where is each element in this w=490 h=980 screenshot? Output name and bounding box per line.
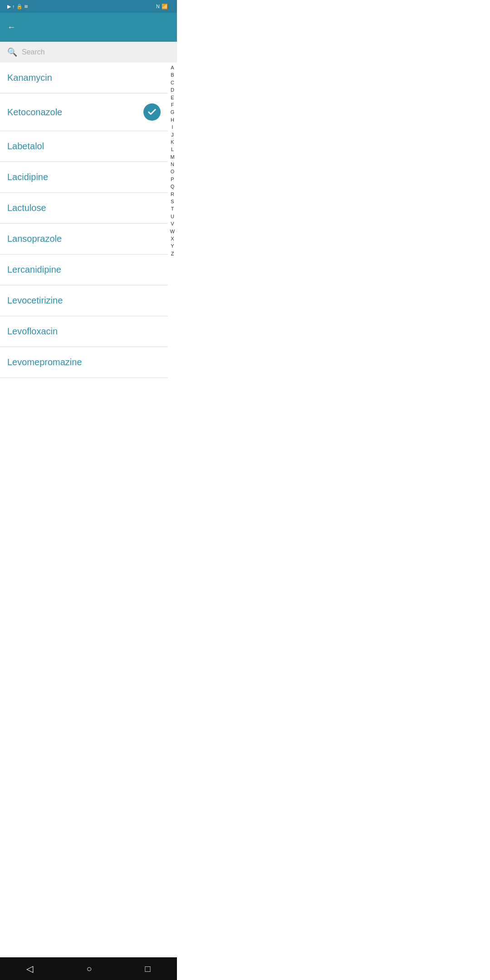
alpha-letter-q[interactable]: Q <box>168 183 177 190</box>
alpha-letter-z[interactable]: Z <box>168 250 177 257</box>
list-item[interactable]: Levocetirizine <box>0 285 168 316</box>
selected-check-icon <box>143 103 161 121</box>
alpha-letter-c[interactable]: C <box>168 79 177 86</box>
alpha-letter-j[interactable]: J <box>168 132 177 138</box>
medication-name: Levofloxacin <box>7 326 58 337</box>
alpha-letter-p[interactable]: P <box>168 176 177 183</box>
alpha-letter-r[interactable]: R <box>168 191 177 198</box>
list-item[interactable]: Lacidipine <box>0 162 168 193</box>
alpha-letter-u[interactable]: U <box>168 213 177 220</box>
medication-list: KanamycinKetoconazoleLabetalolLacidipine… <box>0 63 177 378</box>
alpha-letter-o[interactable]: O <box>168 168 177 175</box>
alpha-letter-b[interactable]: B <box>168 72 177 78</box>
alpha-letter-i[interactable]: I <box>168 124 177 131</box>
signal-icons: ▶ ↑ 🔒 ≋ <box>7 4 28 10</box>
alpha-letter-v[interactable]: V <box>168 220 177 227</box>
search-input[interactable] <box>22 48 170 56</box>
wifi-icon: 📶 <box>162 4 168 10</box>
medication-name: Lactulose <box>7 203 46 213</box>
main-content: KanamycinKetoconazoleLabetalolLacidipine… <box>0 63 177 378</box>
status-bar: ▶ ↑ 🔒 ≋ N 📶 <box>0 0 177 13</box>
list-item[interactable]: Levomepromazine <box>0 347 168 378</box>
list-item[interactable]: Kanamycin <box>0 63 168 93</box>
alpha-letter-n[interactable]: N <box>168 161 177 168</box>
alpha-letter-e[interactable]: E <box>168 94 177 101</box>
medication-name: Levocetirizine <box>7 295 63 306</box>
list-item[interactable]: Ketoconazole <box>0 93 168 131</box>
medication-name: Kanamycin <box>7 73 52 83</box>
alpha-letter-s[interactable]: S <box>168 198 177 205</box>
alpha-letter-k[interactable]: K <box>168 139 177 146</box>
medication-name: Lercanidipine <box>7 265 61 275</box>
list-item[interactable]: Labetalol <box>0 131 168 162</box>
list-item[interactable]: Lactulose <box>0 193 168 224</box>
status-left: ▶ ↑ 🔒 ≋ <box>5 4 28 10</box>
medication-name: Lansoprazole <box>7 234 62 244</box>
alpha-letter-a[interactable]: A <box>168 64 177 71</box>
alpha-letter-d[interactable]: D <box>168 87 177 93</box>
search-bar: 🔍 <box>0 42 177 63</box>
list-item[interactable]: Levofloxacin <box>0 316 168 347</box>
medication-name: Labetalol <box>7 141 44 152</box>
back-button[interactable]: ← <box>7 23 18 32</box>
alpha-letter-x[interactable]: X <box>168 235 177 242</box>
medication-name: Levomepromazine <box>7 357 82 368</box>
status-right: N 📶 <box>156 4 172 10</box>
header: ← <box>0 13 177 42</box>
nfc-icon: N <box>156 4 160 9</box>
search-icon: 🔍 <box>7 47 17 57</box>
alpha-letter-h[interactable]: H <box>168 117 177 123</box>
alphabet-index: ABCDEFGHIJKLMNOPQRSTUVWXYZ <box>168 63 177 378</box>
alpha-letter-t[interactable]: T <box>168 206 177 212</box>
medication-name: Ketoconazole <box>7 107 62 118</box>
back-arrow-icon: ← <box>7 23 15 32</box>
alpha-letter-l[interactable]: L <box>168 146 177 153</box>
list-item[interactable]: Lercanidipine <box>0 255 168 285</box>
alpha-letter-y[interactable]: Y <box>168 243 177 250</box>
alpha-letter-g[interactable]: G <box>168 109 177 116</box>
alpha-letter-f[interactable]: F <box>168 102 177 108</box>
list-item[interactable]: Lansoprazole <box>0 224 168 255</box>
medication-name: Lacidipine <box>7 172 48 182</box>
alpha-letter-w[interactable]: W <box>168 228 177 235</box>
alpha-letter-m[interactable]: M <box>168 154 177 161</box>
